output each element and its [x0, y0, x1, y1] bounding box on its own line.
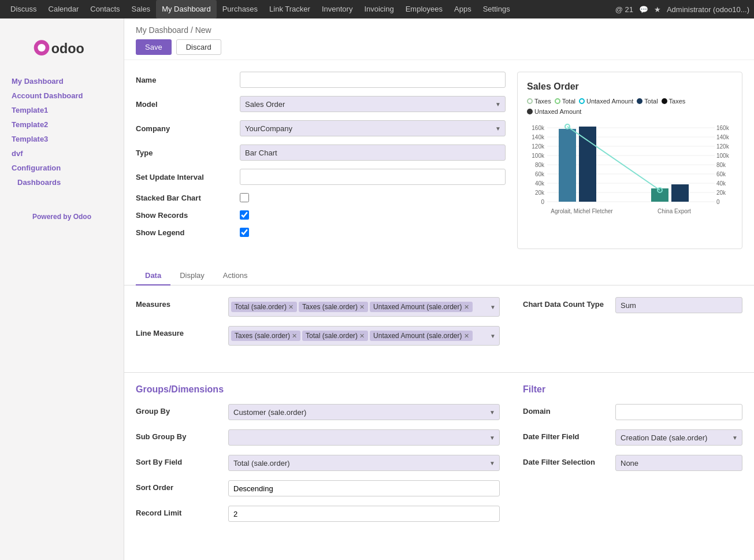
- date-filter-selection-input[interactable]: [615, 455, 742, 471]
- breadcrumb-separator: /: [191, 25, 195, 35]
- model-label: Model: [136, 100, 240, 109]
- chart-preview: Sales Order Taxes Total Untaxed Amount: [517, 72, 742, 249]
- sidebar-configuration[interactable]: Configuration: [0, 161, 124, 175]
- legend-untaxed-filled: Untaxed Amount: [527, 108, 581, 115]
- top-navigation: Discuss Calendar Contacts Sales My Dashb…: [0, 0, 754, 18]
- line-measure-tag-input[interactable]: Taxes (sale.order) ✕ Total (sale.order) …: [228, 326, 500, 346]
- notification-icon[interactable]: @ 21: [615, 5, 633, 14]
- svg-point-34: [565, 124, 570, 129]
- remove-line-total[interactable]: ✕: [359, 332, 365, 340]
- record-limit-value: [228, 506, 500, 522]
- sort-order-value: [228, 480, 500, 496]
- name-input[interactable]: [240, 72, 506, 88]
- svg-text:100k: 100k: [532, 153, 545, 159]
- nav-my-dashboard[interactable]: My Dashboard: [156, 0, 217, 18]
- measures-value: Total (sale.order) ✕ Taxes (sale.order) …: [228, 297, 500, 317]
- name-row: Name: [136, 72, 506, 88]
- svg-rect-32: [651, 188, 668, 202]
- line-measure-dropdown-arrow: ▼: [490, 333, 496, 339]
- activity-icon[interactable]: ★: [654, 5, 661, 14]
- odoo-logo: odoo: [0, 28, 124, 74]
- chart-data-count-label: Chart Data Count Type: [523, 297, 615, 309]
- group-by-label: Group By: [136, 404, 228, 416]
- svg-point-1: [38, 44, 45, 51]
- show-records-checkbox[interactable]: [240, 210, 249, 220]
- nav-link-tracker[interactable]: Link Tracker: [263, 0, 316, 18]
- legend-dot-taxes-filled: [662, 98, 667, 104]
- date-filter-field-select[interactable]: Creation Date (sale.order): [615, 429, 742, 446]
- legend-label-total-outline: Total: [562, 98, 575, 105]
- groups-left: Groups/Dimensions Group By Customer (sal…: [136, 379, 500, 531]
- update-interval-input[interactable]: [240, 169, 506, 185]
- sidebar-item-dvf[interactable]: dvf: [0, 146, 124, 161]
- sidebar-item-my-dashboard[interactable]: My Dashboard: [0, 74, 124, 88]
- sidebar-dashboards[interactable]: Dashboards: [0, 175, 124, 190]
- tab-actions[interactable]: Actions: [214, 266, 257, 285]
- svg-text:40k: 40k: [716, 180, 726, 187]
- legend-label-taxes-outline: Taxes: [534, 98, 551, 105]
- sub-group-by-select[interactable]: [228, 429, 500, 446]
- type-input[interactable]: [240, 144, 506, 161]
- date-filter-selection-label: Date Filter Selection: [523, 455, 615, 466]
- date-filter-field-label: Date Filter Field: [523, 429, 615, 441]
- svg-text:140k: 140k: [532, 134, 545, 140]
- nav-purchases[interactable]: Purchases: [217, 0, 263, 18]
- filter-section: Filter Domain Date Filter Field Creation…: [523, 379, 742, 531]
- domain-label: Domain: [523, 404, 615, 416]
- svg-text:160k: 160k: [532, 125, 545, 131]
- date-filter-field-value: Creation Date (sale.order): [615, 429, 742, 446]
- domain-input[interactable]: [615, 404, 742, 420]
- nav-inventory[interactable]: Inventory: [316, 0, 358, 18]
- record-limit-input[interactable]: [228, 506, 500, 522]
- nav-contacts[interactable]: Contacts: [84, 0, 125, 18]
- user-menu[interactable]: Administrator (odoo10...): [667, 5, 749, 14]
- tabs-container: Data Display Actions: [124, 266, 754, 285]
- sort-order-input[interactable]: [228, 480, 500, 496]
- remove-line-taxes[interactable]: ✕: [292, 332, 297, 340]
- nav-invoicing[interactable]: Invoicing: [358, 0, 399, 18]
- stacked-bar-checkbox[interactable]: [240, 193, 249, 202]
- remove-line-untaxed[interactable]: ✕: [464, 332, 469, 340]
- sidebar-item-template2[interactable]: Template2: [0, 117, 124, 132]
- sort-by-field-select[interactable]: Total (sale.order): [228, 455, 500, 471]
- nav-employees[interactable]: Employees: [400, 0, 448, 18]
- nav-sales[interactable]: Sales: [126, 0, 157, 18]
- divider: [124, 372, 754, 373]
- remove-measure-untaxed[interactable]: ✕: [464, 303, 469, 311]
- remove-measure-total[interactable]: ✕: [288, 303, 294, 311]
- nav-discuss[interactable]: Discuss: [5, 0, 43, 18]
- legend-dot-untaxed-outline: [579, 98, 585, 104]
- model-row: Model Sales Order: [136, 96, 506, 112]
- company-select[interactable]: YourCompany: [240, 120, 506, 136]
- sidebar-item-template1[interactable]: Template1: [0, 103, 124, 117]
- sort-order-label: Sort Order: [136, 480, 228, 492]
- breadcrumb-parent[interactable]: My Dashboard: [136, 25, 188, 35]
- legend-dot-total-outline: [555, 98, 560, 104]
- model-select[interactable]: Sales Order: [240, 96, 506, 112]
- nav-calendar[interactable]: Calendar: [43, 0, 85, 18]
- measure-tag-taxes: Taxes (sale.order) ✕: [299, 302, 368, 312]
- remove-measure-taxes[interactable]: ✕: [359, 303, 365, 311]
- nav-apps[interactable]: Apps: [448, 0, 477, 18]
- sidebar-menu: My Dashboard Account Dashboard Template1…: [0, 74, 124, 190]
- group-by-value: Customer (sale.order): [228, 404, 500, 420]
- sidebar-item-account-dashboard[interactable]: Account Dashboard: [0, 88, 124, 103]
- update-interval-label: Set Update Interval: [136, 173, 240, 181]
- svg-text:20k: 20k: [716, 190, 726, 196]
- nav-settings[interactable]: Settings: [477, 0, 516, 18]
- tabs: Data Display Actions: [136, 266, 742, 285]
- measures-tag-input[interactable]: Total (sale.order) ✕ Taxes (sale.order) …: [228, 297, 500, 317]
- group-by-select[interactable]: Customer (sale.order): [228, 404, 500, 420]
- chat-icon[interactable]: 💬: [639, 5, 648, 14]
- chart-legend: Taxes Total Untaxed Amount Total: [527, 98, 733, 115]
- tab-data[interactable]: Data: [136, 266, 170, 285]
- save-button[interactable]: Save: [136, 39, 172, 55]
- tab-display[interactable]: Display: [170, 266, 214, 285]
- sidebar-item-template3[interactable]: Template3: [0, 132, 124, 146]
- discard-button[interactable]: Discard: [176, 39, 221, 55]
- breadcrumb-current: New: [195, 25, 211, 35]
- chart-data-count-input[interactable]: [615, 297, 742, 313]
- sort-by-field-label: Sort By Field: [136, 455, 228, 466]
- show-legend-checkbox[interactable]: [240, 228, 249, 237]
- line-measure-value: Taxes (sale.order) ✕ Total (sale.order) …: [228, 326, 500, 346]
